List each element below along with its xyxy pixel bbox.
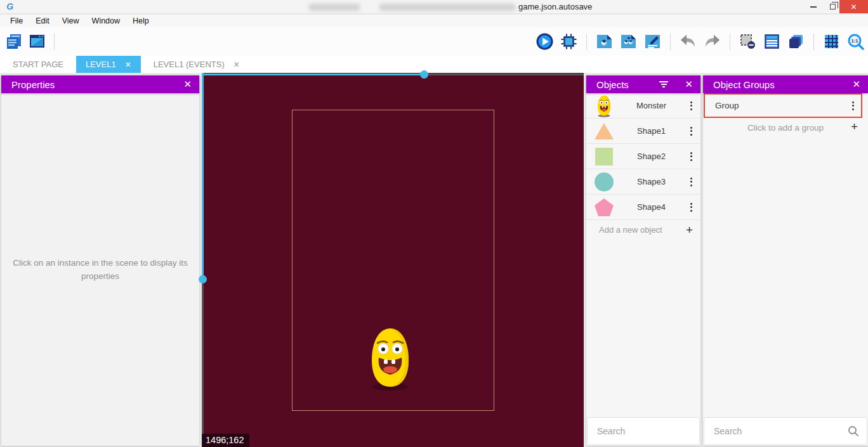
editor-tabbar: START PAGE LEVEL1 ✕ LEVEL1 (EVENTS) ✕ <box>0 56 868 73</box>
blurred-path-segment <box>379 4 515 11</box>
options-kebab-icon[interactable] <box>687 99 695 113</box>
tab-level1-events[interactable]: LEVEL1 (EVENTS) ✕ <box>141 56 253 73</box>
redo-icon[interactable] <box>704 33 721 50</box>
menu-edit[interactable]: Edit <box>29 15 56 27</box>
horizontal-scrollbar-track[interactable] <box>428 74 584 75</box>
tab-close-icon[interactable]: ✕ <box>233 60 240 69</box>
blurred-path-segment <box>309 4 360 11</box>
add-group-button[interactable]: Click to add a group + <box>703 118 868 137</box>
tab-level1[interactable]: LEVEL1 ✕ <box>76 56 141 73</box>
debugger-icon[interactable] <box>560 33 577 50</box>
options-kebab-icon[interactable] <box>687 150 695 164</box>
monster-thumbnail <box>593 94 615 117</box>
toolbar-divider <box>813 34 814 50</box>
group-row-highlighted[interactable]: Group <box>704 93 862 118</box>
panel-title: Objects <box>596 79 659 90</box>
object-row-shape3[interactable]: Shape3 <box>586 169 700 195</box>
vertical-scrollbar-track[interactable] <box>202 279 204 447</box>
plus-icon: + <box>851 120 858 133</box>
restore-icon <box>830 4 836 10</box>
toolbar-left-group <box>5 27 56 56</box>
tab-start-page[interactable]: START PAGE <box>0 56 76 73</box>
properties-panel-header: Properties ✕ <box>1 75 199 93</box>
options-kebab-icon[interactable] <box>849 99 857 113</box>
pentagon-thumbnail <box>593 196 615 219</box>
object-label: Shape4 <box>615 202 687 212</box>
circle-thumbnail <box>593 171 615 193</box>
menu-window[interactable]: Window <box>86 15 126 27</box>
options-kebab-icon[interactable] <box>687 200 695 214</box>
toolbar-divider <box>670 34 671 50</box>
add-new-object-button[interactable]: Add a new object + <box>586 220 700 239</box>
panel-title: Properties <box>11 79 176 90</box>
group-label: Group <box>715 101 849 110</box>
panel-title: Object Groups <box>713 79 845 90</box>
object-label: Shape2 <box>615 152 687 161</box>
window-title: game.json.autosave <box>518 2 592 11</box>
search-icon <box>845 425 867 437</box>
menu-help[interactable]: Help <box>126 15 155 27</box>
groups-search-box <box>704 417 867 445</box>
objects-panel-header: Objects ✕ <box>586 75 700 93</box>
object-row-shape2[interactable]: Shape2 <box>586 144 700 169</box>
object-label: Shape3 <box>615 177 687 186</box>
cursor-coordinates: 1496;162 <box>202 434 249 447</box>
minimize-button[interactable] <box>805 0 822 13</box>
minimize-icon <box>810 6 817 8</box>
object-label: Shape1 <box>615 126 687 136</box>
start-page-icon[interactable] <box>29 33 46 50</box>
restore-button[interactable] <box>824 0 841 13</box>
properties-empty-message: Click on an instance in the scene to dis… <box>5 257 195 283</box>
close-panel-icon[interactable]: ✕ <box>852 79 860 90</box>
monster-instance[interactable] <box>366 325 414 394</box>
toolbar-divider <box>54 34 55 50</box>
groups-search-input[interactable] <box>704 426 845 436</box>
objects-search-box <box>587 417 700 445</box>
toolbar-divider <box>730 34 730 50</box>
filter-icon[interactable] <box>659 81 668 87</box>
triangle-thumbnail <box>593 120 615 143</box>
options-kebab-icon[interactable] <box>687 124 695 138</box>
horizontal-scrollbar[interactable] <box>202 74 428 75</box>
object-groups-panel: Object Groups ✕ Group Click to add a gro… <box>703 75 868 446</box>
close-panel-icon[interactable]: ✕ <box>183 79 192 90</box>
square-thumbnail <box>593 145 615 168</box>
menu-view[interactable]: View <box>56 15 86 27</box>
close-icon: ✕ <box>850 3 857 11</box>
vertical-scrollbar[interactable] <box>202 73 204 279</box>
toolbar-divider <box>586 34 587 50</box>
tab-close-icon[interactable]: ✕ <box>125 60 131 69</box>
add-object-label: Add a new object <box>599 225 686 235</box>
horizontal-scroll-handle[interactable] <box>420 70 428 79</box>
object-row-shape1[interactable]: Shape1 <box>586 119 700 144</box>
object-row-monster[interactable]: Monster <box>586 93 700 119</box>
add-group-label: Click to add a group <box>703 123 868 133</box>
options-kebab-icon[interactable] <box>687 175 695 189</box>
add-object-group-icon[interactable] <box>620 33 637 50</box>
project-manager-icon[interactable] <box>5 33 22 50</box>
object-label: Monster <box>615 101 687 110</box>
plus-icon: + <box>686 224 693 236</box>
tab-label: LEVEL1 (EVENTS) <box>154 60 225 69</box>
instances-list-icon[interactable] <box>763 33 780 50</box>
object-row-shape4[interactable]: Shape4 <box>586 195 700 220</box>
toolbar-right-group: 1:1 <box>536 27 864 56</box>
titlebar: G game.json.autosave ✕ <box>0 0 868 14</box>
gdevelop-window: G game.json.autosave ✕ File Edit View Wi… <box>0 0 868 447</box>
play-icon[interactable] <box>536 33 553 50</box>
menu-file[interactable]: File <box>4 15 29 27</box>
mask-icon[interactable] <box>739 33 756 50</box>
close-panel-icon[interactable]: ✕ <box>685 79 693 90</box>
close-window-button[interactable]: ✕ <box>839 0 868 13</box>
svg-text:1:1: 1:1 <box>852 38 858 44</box>
objects-search-input[interactable] <box>588 426 716 436</box>
add-object-icon[interactable] <box>596 33 613 50</box>
menu-bar: File Edit View Window Help <box>0 15 868 27</box>
vertical-scroll-handle[interactable] <box>199 275 207 283</box>
zoom-original-icon[interactable]: 1:1 <box>847 33 864 50</box>
edit-scene-properties-icon[interactable] <box>644 33 661 50</box>
undo-icon[interactable] <box>680 33 697 50</box>
grid-icon[interactable] <box>823 33 840 50</box>
scene-canvas[interactable]: 1496;162 <box>202 73 584 447</box>
layers-icon[interactable] <box>787 33 805 50</box>
